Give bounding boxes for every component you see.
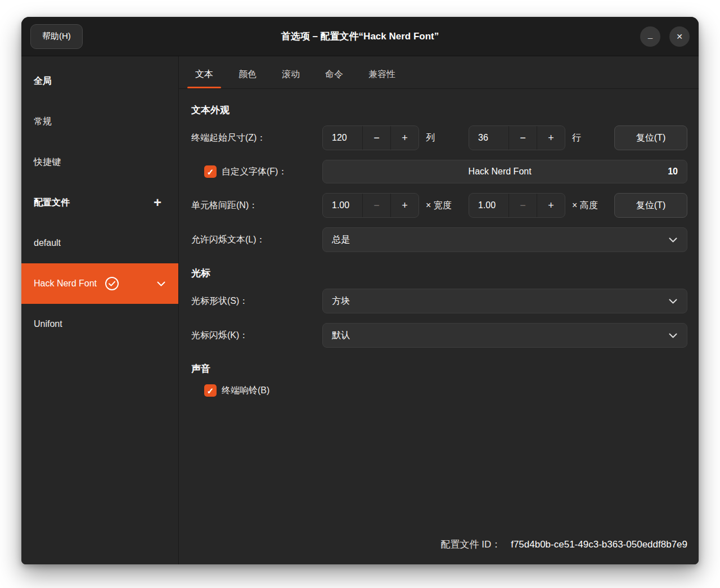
plus-icon: + [402,132,408,144]
rows-decrease-button[interactable]: − [508,126,537,150]
terminal-bell-label: 终端响铃(B) [222,385,269,397]
rows-increase-button[interactable]: + [537,126,565,150]
section-header-cursor: 光标 [191,267,687,280]
section-header-sound: 声音 [191,362,687,375]
cell-width-value[interactable]: 1.00 [323,194,362,217]
cell-width-spinner: 1.00 − + [322,193,419,218]
plus-icon: + [402,200,408,212]
custom-font-checkbox[interactable]: ✓ [204,165,217,178]
rows-unit-label: 行 [572,132,614,144]
font-chooser-button[interactable]: Hack Nerd Font 10 [322,160,687,183]
minimize-icon: ─ [648,35,653,42]
cursor-blink-value: 默认 [332,330,350,342]
chevron-down-icon [668,333,678,339]
close-icon: ✕ [676,33,683,41]
profile-id-label: 配置文件 ID： [440,538,501,551]
cell-height-unit-label: × 高度 [572,200,614,212]
preferences-window: 帮助(H) 首选项 – 配置文件“Hack Nerd Font” ─ ✕ 全局 … [21,17,699,564]
plus-icon: + [548,200,554,212]
sidebar-header-profiles: 配置文件 + [21,182,178,223]
row-cell-spacing: 单元格间距(N)： 1.00 − + × 宽度 1.00 − [191,193,687,218]
tab-compatibility[interactable]: 兼容性 [361,62,403,88]
checkbox-check-icon: ✓ [207,387,214,395]
sidebar-item-general[interactable]: 常规 [21,101,178,142]
titlebar: 帮助(H) 首选项 – 配置文件“Hack Nerd Font” ─ ✕ [21,17,699,56]
cell-height-increase-button[interactable]: + [537,194,565,217]
minimize-button[interactable]: ─ [640,26,660,47]
cell-width-increase-button[interactable]: + [390,194,418,217]
tab-command[interactable]: 命令 [317,62,351,88]
help-button[interactable]: 帮助(H) [30,24,83,49]
cursor-shape-label: 光标形状(S)： [191,295,322,307]
tab-colors[interactable]: 颜色 [231,62,264,88]
size-reset-button[interactable]: 复位(T) [614,125,687,150]
font-name-value: Hack Nerd Font [332,167,668,177]
cursor-blink-label: 光标闪烁(K)： [191,330,322,342]
sidebar-header-global: 全局 [21,61,178,101]
row-cursor-blink: 光标闪烁(K)： 默认 [191,323,687,348]
sidebar-item-profile-hack-nerd-font[interactable]: Hack Nerd Font [21,263,178,304]
columns-spinner: 120 − + [322,125,419,150]
sidebar-item-profile-default[interactable]: default [21,223,178,263]
sidebar: 全局 常规 快捷键 配置文件 + default Hack Nerd Font [21,56,179,564]
plus-icon: + [548,132,554,144]
cell-height-spinner: 1.00 − + [469,193,565,218]
tab-scrolling[interactable]: 滚动 [274,62,308,88]
row-terminal-size: 终端起始尺寸(Z)： 120 − + 列 36 − [191,125,687,150]
custom-font-label: 自定义字体(F)： [222,166,287,178]
profile-id-value: f75d4b0b-ce51-49c3-b363-050eddf8b7e9 [511,539,687,550]
tab-text[interactable]: 文本 [187,62,221,88]
columns-decrease-button[interactable]: − [362,126,390,150]
sidebar-item-profile-unifont[interactable]: Unifont [21,304,178,344]
cell-height-value[interactable]: 1.00 [469,194,508,217]
chevron-down-icon [668,237,678,243]
cell-width-unit-label: × 宽度 [426,200,469,212]
spacing-reset-button[interactable]: 复位(T) [614,193,687,218]
section-header-text-appearance: 文本外观 [191,104,687,116]
add-profile-button[interactable]: + [149,194,166,211]
profile-menu-chevron-icon[interactable] [156,281,166,287]
custom-font-label-group: ✓ 自定义字体(F)： [191,165,322,178]
rows-spinner: 36 − + [469,125,565,150]
row-terminal-bell: ✓ 终端响铃(B) [191,384,687,397]
chevron-down-icon [668,298,678,304]
columns-unit-label: 列 [426,132,469,144]
plus-icon: + [154,196,161,209]
profile-id-row: 配置文件 ID： f75d4b0b-ce51-49c3-b363-050eddf… [440,538,687,551]
tab-strip: 文本 颜色 滚动 命令 兼容性 [179,56,699,89]
minus-icon: − [374,200,380,212]
minus-icon: − [374,132,380,144]
row-custom-font: ✓ 自定义字体(F)： Hack Nerd Font 10 [191,160,687,183]
row-cursor-shape: 光标形状(S)： 方块 [191,289,687,313]
terminal-size-label: 终端起始尺寸(Z)： [191,132,322,144]
blinking-text-label: 允许闪烁文本(L)： [191,234,322,246]
window-controls: ─ ✕ [640,26,690,47]
blinking-text-dropdown[interactable]: 总是 [322,227,687,252]
cursor-shape-dropdown[interactable]: 方块 [322,289,687,313]
blinking-text-value: 总是 [332,234,350,246]
cursor-blink-dropdown[interactable]: 默认 [322,323,687,348]
close-button[interactable]: ✕ [669,26,690,47]
window-body: 全局 常规 快捷键 配置文件 + default Hack Nerd Font [21,56,699,564]
columns-value[interactable]: 120 [323,126,362,150]
minus-icon: − [520,132,526,144]
row-blinking-text: 允许闪烁文本(L)： 总是 [191,227,687,252]
columns-increase-button[interactable]: + [390,126,418,150]
minus-icon: − [520,200,526,212]
font-size-value: 10 [668,167,678,177]
checkbox-check-icon: ✓ [207,168,214,176]
sidebar-item-shortcuts[interactable]: 快捷键 [21,142,178,182]
cell-spacing-label: 单元格间距(N)： [191,200,322,212]
window-title: 首选项 – 配置文件“Hack Nerd Font” [21,30,699,43]
cell-height-decrease-button[interactable]: − [508,194,537,217]
profile-active-check-icon [105,276,119,291]
rows-value[interactable]: 36 [469,126,508,150]
cell-width-decrease-button[interactable]: − [362,194,390,217]
cursor-shape-value: 方块 [332,295,350,307]
terminal-bell-checkbox[interactable]: ✓ [204,384,217,397]
content-pane: 文本 颜色 滚动 命令 兼容性 文本外观 终端起始尺寸(Z)： 120 − + [179,56,699,564]
